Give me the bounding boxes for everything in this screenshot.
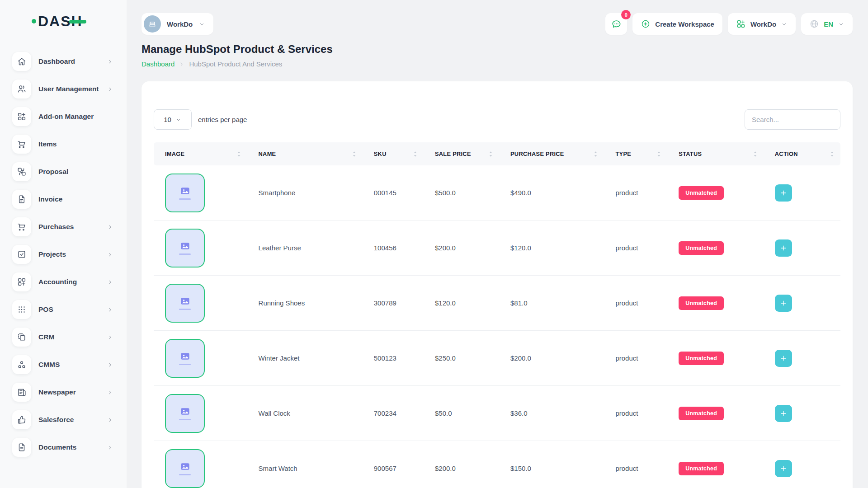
sort-arrows-icon[interactable] [830,151,834,157]
sidebar: DASH Dashboard User Management Add-on Ma… [0,0,127,488]
file-icon [12,190,31,209]
sort-arrows-icon[interactable] [237,151,241,157]
chevron-right-icon [179,61,184,67]
language-code: EN [824,20,833,28]
sidebar-item-purchases[interactable]: Purchases [12,217,113,236]
table-header-cell-sale-price[interactable]: SALE PRICE [424,150,499,157]
add-product-button[interactable] [775,350,792,367]
sidebar-item-dashboard[interactable]: Dashboard [12,52,113,71]
sort-arrows-icon[interactable] [413,151,417,157]
table-header-cell-type[interactable]: TYPE [604,150,667,157]
chevron-down-icon [781,21,788,28]
table-header-cell-name[interactable]: NAME [247,150,363,157]
product-image-placeholder [165,449,205,488]
entries-per-page-select[interactable]: 10 [154,109,192,130]
sidebar-item-crm[interactable]: CRM [12,328,113,347]
workspace-avatar [144,15,161,33]
sort-arrows-icon[interactable] [753,151,757,157]
messages-button[interactable]: 0 [605,13,627,35]
product-purchase-price: $150.0 [499,465,604,472]
table-header-cell-sku[interactable]: SKU [363,150,424,157]
sidebar-item-accounting[interactable]: Accounting [12,272,113,291]
column-label: SKU [374,150,387,157]
table-header-cell-action[interactable]: ACTION [764,150,840,157]
breadcrumb-dashboard-link[interactable]: Dashboard [142,60,175,68]
language-selector[interactable]: EN [801,13,853,35]
table-row-leather-purse: Leather Purse 100456 $200.0 $120.0 produ… [154,221,840,276]
column-label: ACTION [775,150,798,157]
sidebar-item-salesforce[interactable]: Salesforce [12,410,113,429]
chevron-right-icon [107,417,113,423]
product-sale-price: $200.0 [424,465,499,472]
product-sku: 900567 [363,465,424,472]
product-sale-price: $500.0 [424,189,499,197]
chevron-down-icon [175,117,182,123]
breadcrumb: Dashboard HubSpot Product And Services [142,60,853,68]
product-sku: 300789 [363,299,424,307]
topbar-actions: 0 Create Workspace WorkDo EN [605,13,853,35]
dots-grid-icon [12,300,31,319]
plus-icon [779,299,788,308]
product-purchase-price: $81.0 [499,299,604,307]
sidebar-item-newspaper[interactable]: Newspaper [12,383,113,402]
sidebar-item-label: Newspaper [38,388,76,396]
product-sale-price: $120.0 [424,299,499,307]
workspace-switcher[interactable]: WorkDo [142,13,213,35]
chevron-down-icon [838,21,844,28]
sidebar-item-cmms[interactable]: CMMS [12,355,113,374]
search-input[interactable] [745,109,840,130]
product-sku: 500123 [363,354,424,362]
cart-icon [12,135,31,154]
nodes-icon [12,355,31,374]
sidebar-item-label: POS [38,305,53,314]
table-header-cell-status[interactable]: STATUS [667,150,764,157]
column-label: NAME [259,150,276,157]
workdo-menu-button[interactable]: WorkDo [728,13,796,35]
chevron-right-icon [107,86,113,92]
sort-arrows-icon[interactable] [489,151,493,157]
sidebar-item-user-management[interactable]: User Management [12,80,113,99]
sidebar-item-items[interactable]: Items [12,135,113,154]
table-row-smart-watch: Smart Watch 900567 $200.0 $150.0 product… [154,441,840,488]
add-product-button[interactable] [775,405,792,422]
sidebar-item-label: Purchases [38,223,74,231]
sidebar-item-proposal[interactable]: Proposal [12,162,113,181]
topbar: WorkDo 0 Create Workspace WorkDo EN [142,13,853,35]
product-name: Winter Jacket [247,354,363,362]
product-purchase-price: $120.0 [499,244,604,252]
image-caption-line [179,419,191,420]
workdo-menu-label: WorkDo [750,20,776,28]
sidebar-item-pos[interactable]: POS [12,300,113,319]
sidebar-item-projects[interactable]: Projects [12,245,113,264]
sidebar-item-label: CRM [38,333,54,341]
add-product-button[interactable] [775,460,792,477]
add-product-button[interactable] [775,184,792,202]
grid-plus-icon [12,272,31,291]
image-caption-line [179,309,191,310]
add-product-button[interactable] [775,239,792,257]
product-purchase-price: $200.0 [499,354,604,362]
sort-arrows-icon[interactable] [657,151,661,157]
cart-icon [12,217,31,236]
sidebar-item-add-on-manager[interactable]: Add-on Manager [12,107,113,126]
logo-dash-icon [69,20,86,23]
table-header-cell-purchase-price[interactable]: PURCHASE PRICE [499,150,604,157]
add-product-button[interactable] [775,295,792,312]
sidebar-nav: Dashboard User Management Add-on Manager… [0,52,127,457]
status-badge: Unmatched [679,407,724,420]
sort-arrows-icon[interactable] [594,151,598,157]
create-workspace-button[interactable]: Create Workspace [632,13,722,35]
chevron-right-icon [107,279,113,285]
product-name: Running Shoes [247,299,363,307]
chevron-right-icon [107,59,113,65]
table-row-smartphone: Smartphone 000145 $500.0 $490.0 product … [154,165,840,221]
sort-arrows-icon[interactable] [352,151,356,157]
brand-logo[interactable]: DASH [32,12,127,30]
table-header-cell-image[interactable]: IMAGE [154,150,247,157]
image-icon [179,406,191,417]
chevron-right-icon [107,389,113,395]
plus-icon [779,354,788,363]
sidebar-item-label: Invoice [38,195,62,203]
sidebar-item-invoice[interactable]: Invoice [12,190,113,209]
sidebar-item-documents[interactable]: Documents [12,438,113,457]
